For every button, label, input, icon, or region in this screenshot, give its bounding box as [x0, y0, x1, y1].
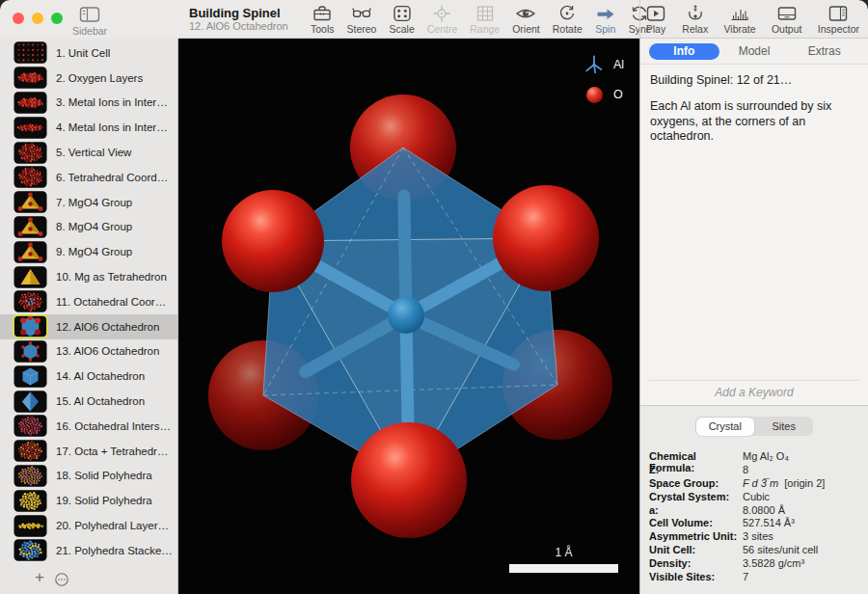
slide-list-item[interactable]: 20. Polyhedral Layer… [0, 513, 177, 538]
toolbar-button-stereo[interactable]: Stereo [347, 4, 377, 35]
toolbar-button-centre[interactable]: Centre [427, 4, 458, 35]
app-window: Sidebar Building Spinel 12. AlO6 Octahed… [0, 0, 868, 594]
slide-thumbnail [13, 190, 48, 214]
close-button[interactable] [13, 13, 24, 24]
slide-list-item[interactable]: 11. Octahedral Coor… [0, 289, 177, 314]
slide-thumbnail [13, 514, 48, 538]
toolbar-button-scale[interactable]: Scale [389, 4, 414, 35]
slide-label: 4. Metal Ions in Inter… [56, 122, 168, 133]
zoom-button[interactable] [51, 13, 63, 24]
property-label: Crystal System: [649, 491, 743, 502]
stereo-icon [351, 4, 372, 23]
slide-thumbnail [13, 414, 48, 438]
slide-list-item[interactable]: 3. Metal Ions in Inter… [0, 91, 177, 116]
al-axes-icon [583, 53, 606, 76]
inspector-panel: Info Model Extras Building Spinel: 12 of… [639, 39, 868, 594]
slide-list-item[interactable]: 9. MgO4 Group [0, 239, 177, 264]
slide-thumbnail [13, 165, 48, 189]
keyword-zone [640, 380, 868, 405]
property-value: 3.5828 g/cm³ [743, 557, 804, 569]
slide-list-item[interactable]: 8. MgO4 Group [0, 215, 177, 240]
keyword-input[interactable] [665, 385, 843, 400]
slide-thumbnail [13, 66, 48, 90]
centre-icon [431, 4, 452, 23]
info-title: Building Spinel: 12 of 21… [650, 73, 858, 87]
property-label: Density: [649, 557, 743, 569]
slide-label: 6. Tetrahedral Coord… [56, 172, 168, 183]
slide-thumbnail [13, 141, 48, 165]
slide-list-item[interactable]: 13. AlO6 Octahedron [0, 339, 177, 364]
minimize-button[interactable] [32, 13, 43, 24]
inspector-tab[interactable]: Model [719, 43, 790, 60]
slide-list-item[interactable]: 5. Vertical View [0, 140, 177, 165]
property-row: Space Group: F d 3̅ m [origin 2] [649, 477, 868, 491]
property-row: Z: 8 [649, 464, 868, 477]
document-title: Building Spinel [189, 6, 288, 20]
slide-list-item[interactable]: 6. Tetrahedral Coord… [0, 165, 177, 190]
inspector-tab[interactable]: Extras [789, 43, 859, 60]
titlebar: Sidebar Building Spinel 12. AlO6 Octahed… [0, 0, 868, 39]
more-options-button[interactable] [54, 572, 69, 587]
o-sphere-icon [583, 83, 606, 106]
slide-thumbnail [13, 40, 48, 65]
slide-thumbnail [13, 116, 48, 140]
slide-label: 8. MgO4 Group [56, 221, 132, 232]
toolbar-button-range[interactable]: Range [470, 4, 500, 35]
slide-list-item[interactable]: 1. Unit Cell [0, 40, 177, 66]
toolbar-button-play[interactable]: Play [645, 4, 666, 35]
slide-thumbnail [13, 240, 48, 264]
segmented-tab[interactable]: Crystal [696, 418, 755, 436]
toolbar-button-vibrate[interactable]: Vibrate [724, 4, 756, 35]
slide-list-item[interactable]: 19. Solid Polyhedra [0, 488, 177, 513]
crystal-scene[interactable] [178, 39, 639, 594]
slide-list-item[interactable]: 4. Metal Ions in Inter… [0, 115, 177, 140]
slide-list-item[interactable]: 16. Octahedral Inters… [0, 414, 177, 439]
toolbar-button-spin[interactable]: Spin [595, 4, 616, 35]
slide-label: 13. AlO6 Octahedron [56, 345, 159, 357]
info-description: Each Al atom is surrounded by six oxygen… [650, 99, 853, 145]
scale-bar-rule [509, 564, 618, 573]
output-icon [776, 4, 798, 23]
toolbar-button-orient[interactable]: Orient [512, 4, 540, 35]
scale-bar-label: 1 Å [509, 546, 618, 559]
crystal-properties-table: Chemical Formula: Mg Al₂ O₄ Z: 8 Space G… [649, 450, 868, 584]
slide-list-item[interactable]: 18. Solid Polyhedra [0, 464, 177, 489]
slide-list-item[interactable]: 7. MgO4 Group [0, 190, 177, 215]
slide-list-item[interactable]: 17. Octa + Tetrahedr… [0, 439, 177, 464]
sidebar-toggle-label: Sidebar [72, 25, 107, 37]
sidebar-icon [79, 5, 100, 24]
toolbar-button-tools[interactable]: Tools [311, 4, 335, 35]
slide-list-item[interactable]: 10. Mg as Tetrahedron [0, 264, 177, 289]
inspector-tab[interactable]: Info [649, 43, 719, 60]
property-value: Mg Al₂ O₄ [743, 450, 789, 462]
toolbar-button-inspector[interactable]: Inspector [818, 4, 859, 35]
slide-list-item[interactable]: 2. Oxygen Layers [0, 66, 177, 91]
segmented-tab[interactable]: Sites [755, 417, 814, 436]
slide-thumbnail [13, 339, 48, 364]
property-label: Visible Sites: [649, 571, 743, 582]
add-slide-button[interactable]: + [35, 563, 44, 592]
slide-list-item[interactable]: 15. Al Octahedron [0, 389, 177, 414]
property-value: 7 [743, 571, 748, 582]
orient-icon [515, 4, 536, 23]
toolbar-button-output[interactable]: Output [772, 4, 802, 35]
slide-list-item[interactable]: 14. Al Octahedron [0, 364, 177, 389]
toolbar-button-rotate[interactable]: Rotate [553, 4, 583, 35]
toolbar-right: Play Relax Vibrate Output [645, 4, 859, 35]
property-value: 3 sites [743, 530, 773, 542]
slide-list-item[interactable]: 12. AlO6 Octahedron [0, 314, 177, 339]
slide-label: 3. Metal Ions in Inter… [56, 96, 168, 108]
toolbar-button-relax[interactable]: Relax [682, 4, 708, 35]
slide-thumbnail [13, 314, 48, 338]
range-icon [475, 4, 496, 23]
viewport-3d[interactable]: Al O 1 Å [178, 39, 639, 594]
property-suffix: [origin 2] [778, 477, 825, 489]
sidebar-toggle-button[interactable]: Sidebar [66, 5, 114, 37]
slide-list-item[interactable]: 21. Polyhedra Stacke… [0, 538, 177, 563]
property-label: Z: [649, 464, 743, 475]
slide-label: 2. Oxygen Layers [56, 72, 143, 84]
inspector-icon [827, 4, 849, 23]
slide-label: 18. Solid Polyhedra [56, 470, 152, 481]
slide-thumbnail [13, 215, 48, 239]
document-subtitle: 12. AlO6 Octahedron [189, 20, 288, 33]
